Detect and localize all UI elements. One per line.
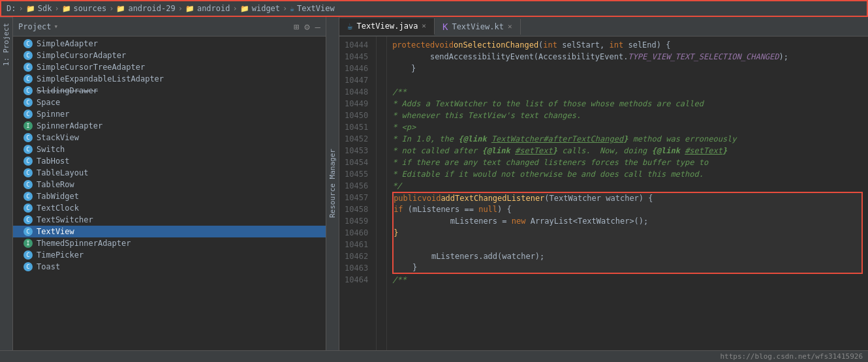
tree-item-simplecursortreeadapter[interactable]: CSimpleCursorTreeAdapter [13, 61, 326, 73]
folder-icon-3: 📁 [116, 5, 125, 13]
java-icon: ☕ [347, 21, 352, 31]
code-line-10452: * In 1.0, the {@link TextWatcher#afterTe… [392, 133, 863, 145]
tree-item-slidingdrawer[interactable]: CSlidingDrawer [13, 85, 326, 97]
item-label: TabWidget [37, 192, 79, 201]
tree-item-simpleadapter[interactable]: CSimpleAdapter [13, 38, 326, 50]
item-icon: C [23, 215, 33, 224]
line-num-10459: 10459 [345, 215, 371, 227]
breadcrumb-android: 📁 android [185, 4, 230, 13]
folder-icon-4: 📁 [185, 5, 194, 13]
line-num-10460: 10460 [345, 227, 371, 239]
panel-dropdown-arrow[interactable]: ▾ [54, 22, 59, 31]
item-label: TabHost [37, 157, 70, 166]
code-line-10450: * whenever this TextView's text changes. [392, 110, 863, 121]
status-url: https://blog.csdn.net/wfs31415926 [720, 352, 863, 361]
item-label: ThemedSpinnerAdapter [37, 239, 131, 248]
breadcrumb-widget: 📁 widget [240, 4, 280, 13]
line-num-10457: 10457 [345, 192, 371, 204]
tree-item-space[interactable]: CSpace [13, 97, 326, 108]
item-label: SimpleCursorTreeAdapter [37, 63, 145, 72]
tab-java-close[interactable]: ✕ [422, 22, 426, 30]
tree-item-simplecursoradapter[interactable]: CSimpleCursorAdapter [13, 50, 326, 61]
item-icon: C [23, 192, 33, 201]
tab-java-label: TextView.java [356, 22, 418, 31]
breadcrumb-sdk: 📁 Sdk [26, 4, 52, 13]
status-bar: https://blog.csdn.net/wfs31415926 [0, 350, 868, 362]
item-icon: C [23, 39, 33, 48]
textview-label: TextView [297, 4, 335, 13]
line-num-10461: 10461 [345, 239, 371, 250]
item-icon: C [23, 250, 33, 260]
tree-item-tabhost[interactable]: CTabHost [13, 155, 326, 167]
item-icon: C [23, 63, 33, 72]
line-num-10455: 10455 [345, 168, 371, 180]
tree-item-tabwidget[interactable]: CTabWidget [13, 190, 326, 202]
sep-2: › [54, 4, 59, 13]
code-editor[interactable]: 1044410445104461044710448104491045010451… [339, 37, 868, 350]
line-num-10451: 10451 [345, 121, 371, 133]
editor-tabs: ☕ TextView.java ✕ K TextView.kt ✕ [339, 17, 868, 37]
tree-item-stackview[interactable]: CStackView [13, 132, 326, 143]
tree-item-textview[interactable]: CTextView [13, 226, 326, 237]
tree-item-spinneradapter[interactable]: ISpinnerAdapter [13, 120, 326, 132]
code-line-10461 [392, 239, 863, 250]
breadcrumb: D: › 📁 Sdk › 📁 sources › 📁 android-29 › … [0, 0, 868, 17]
tree-item-themedspinneradapter[interactable]: IThemedSpinnerAdapter [13, 237, 326, 249]
tab-kt-label: TextView.kt [452, 22, 503, 31]
code-line-10449: * Adds a TextWatcher to the list of thos… [392, 98, 863, 110]
kt-icon: K [442, 22, 448, 32]
item-label: TextView [37, 227, 74, 236]
tab-textview-java[interactable]: ☕ TextView.java ✕ [339, 18, 435, 35]
tree-item-switch[interactable]: CSwitch [13, 143, 326, 155]
tab-textview-kt[interactable]: K TextView.kt ✕ [435, 19, 521, 35]
line-num-10449: 10449 [345, 98, 371, 110]
item-label: SimpleExpandableListAdapter [37, 74, 164, 83]
item-label: SimpleCursorAdapter [37, 51, 126, 60]
panel-action-minimize[interactable]: — [315, 22, 320, 32]
code-line-10444: protected void onSelectionChanged(int se… [392, 39, 863, 51]
code-line-10453: * not called after {@link #setText} call… [392, 145, 863, 157]
panel-action-gear[interactable]: ⚙ [304, 22, 309, 32]
item-label: SimpleAdapter [37, 39, 98, 48]
tree-item-textclock[interactable]: CTextClock [13, 202, 326, 214]
file-tree: CSimpleAdapterCSimpleCursorAdapterCSimpl… [13, 37, 326, 350]
line-num-10462: 10462 [345, 250, 371, 262]
tree-item-spinner[interactable]: CSpinner [13, 108, 326, 120]
tree-item-toast[interactable]: CToast [13, 261, 326, 273]
project-tab[interactable]: 1: Project [0, 17, 12, 71]
drive-label: D: [7, 4, 16, 13]
item-label: Space [37, 98, 60, 107]
item-icon: C [23, 145, 33, 154]
tree-item-simpleexpandablelistadapter[interactable]: CSimpleExpandableListAdapter [13, 73, 326, 85]
android29-label: android-29 [128, 4, 175, 13]
tree-item-tablelayout[interactable]: CTableLayout [13, 167, 326, 179]
item-icon: C [23, 74, 33, 83]
tree-item-timepicker[interactable]: CTimePicker [13, 249, 326, 261]
line-num-10453: 10453 [345, 145, 371, 157]
code-line-10459: mListeners = new ArrayList<TextWatcher>(… [392, 215, 863, 227]
panel-action-layout[interactable]: ⊞ [294, 22, 299, 32]
code-line-10455: * Editable if it would not otherwise be … [392, 168, 863, 180]
item-label: Spinner [37, 110, 70, 119]
tree-item-tablerow[interactable]: CTableRow [13, 179, 326, 190]
code-line-10457: public void addTextChangedListener(TextW… [392, 192, 863, 204]
resource-manager-tab[interactable]: Resource Manager [326, 17, 339, 350]
code-content: protected void onSelectionChanged(int se… [387, 37, 868, 350]
line-num-10444: 10444 [345, 39, 371, 51]
tab-kt-close[interactable]: ✕ [508, 22, 512, 31]
sdk-label: Sdk [38, 4, 52, 13]
item-icon: C [23, 204, 33, 213]
left-tabs: 1: Project [0, 17, 13, 350]
code-line-10447 [392, 74, 863, 86]
project-panel: Project ▾ ⊞ ⚙ — CSimpleAdapterCSimpleCur… [13, 17, 326, 350]
main-area: 1: Project Project ▾ ⊞ ⚙ — CSimpleAdapte… [0, 17, 868, 350]
panel-actions: ⊞ ⚙ — [294, 22, 320, 32]
item-icon: C [23, 168, 33, 177]
item-icon: C [23, 227, 33, 236]
panel-header: Project ▾ ⊞ ⚙ — [13, 17, 326, 37]
line-num-10450: 10450 [345, 110, 371, 121]
sources-label: sources [74, 4, 107, 13]
tree-item-textswitcher[interactable]: CTextSwitcher [13, 214, 326, 226]
sep-1: › [18, 4, 23, 13]
sep-6: › [283, 4, 287, 13]
